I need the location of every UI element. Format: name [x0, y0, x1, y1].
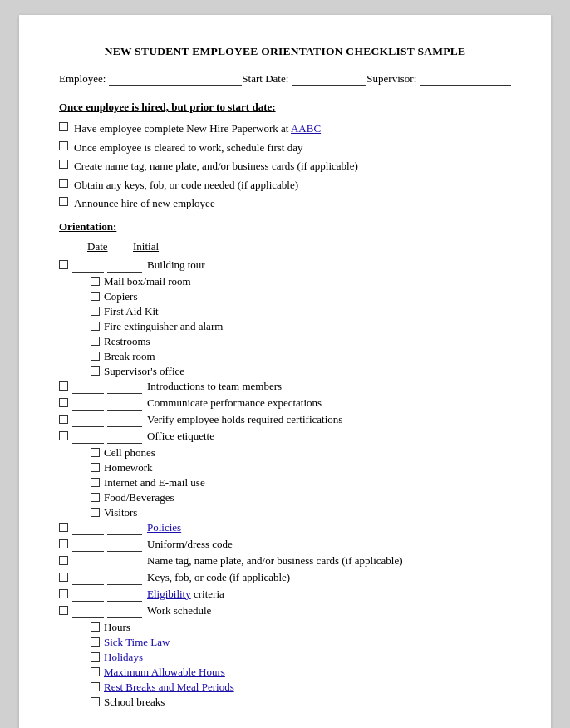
list-item: Create name tag, name plate, and/or busi…: [59, 158, 511, 175]
list-item: First Aid Kit: [91, 305, 511, 318]
checkbox[interactable]: [91, 366, 100, 376]
item-text: Cell phones: [104, 446, 155, 460]
item-text: Office etiquette: [147, 430, 214, 443]
sick-time-law-link[interactable]: Sick Time Law: [104, 636, 170, 648]
item-text: Visitors: [104, 506, 137, 519]
checkbox[interactable]: [91, 667, 100, 676]
aabc-link[interactable]: AABC: [291, 122, 321, 135]
list-item: Visitors: [91, 506, 511, 519]
checkbox[interactable]: [59, 523, 68, 532]
item-text: Policies: [147, 521, 181, 534]
sub-items-building-tour: Mail box/mail room Copiers First Aid Kit…: [91, 275, 511, 378]
checkbox[interactable]: [91, 448, 100, 457]
item-text: Obtain any keys, fob, or code needed (if…: [74, 177, 511, 194]
list-item: Hours: [91, 621, 511, 634]
checkbox[interactable]: [91, 697, 100, 706]
list-item: Obtain any keys, fob, or code needed (if…: [59, 177, 511, 194]
list-item: School breaks: [91, 696, 511, 709]
list-item: Homework: [91, 461, 511, 475]
list-item: Fire extinguisher and alarm: [91, 320, 511, 333]
checkbox[interactable]: [59, 381, 68, 391]
eligibility-link[interactable]: Eligibility: [147, 588, 191, 600]
checkbox[interactable]: [91, 322, 100, 331]
item-text: First Aid Kit: [104, 305, 159, 318]
list-item: Uniform/dress code: [59, 538, 511, 552]
pre-hire-heading: Once employee is hired, but prior to sta…: [59, 101, 511, 114]
list-item: Office etiquette: [59, 430, 511, 444]
item-text: Eligibility criteria: [147, 588, 224, 601]
initial-blank: [107, 571, 142, 585]
orientation-section: Orientation: Date Initial Building tour …: [59, 220, 511, 709]
list-item: Food/Beverages: [91, 491, 511, 504]
list-item: Eligibility criteria: [59, 588, 511, 602]
item-text: Announce hire of new employee: [74, 195, 511, 212]
checkbox[interactable]: [59, 589, 68, 598]
initial-blank: [107, 430, 142, 444]
date-blank: [72, 258, 104, 273]
item-text: Work schedule: [147, 604, 211, 617]
item-text: Have employee complete New Hire Paperwor…: [74, 121, 511, 137]
checkbox[interactable]: [91, 307, 100, 316]
checkbox[interactable]: [59, 556, 68, 565]
initial-blank: [107, 413, 142, 427]
checkbox[interactable]: [59, 141, 68, 150]
checkbox[interactable]: [59, 539, 68, 548]
checkbox[interactable]: [59, 431, 68, 440]
checkbox[interactable]: [91, 682, 100, 691]
date-blank: [72, 430, 104, 444]
checkbox[interactable]: [91, 463, 100, 472]
checkbox[interactable]: [59, 260, 68, 269]
date-blank: [72, 413, 104, 427]
checkbox[interactable]: [59, 606, 68, 615]
holidays-link[interactable]: Holidays: [104, 651, 143, 663]
checkbox[interactable]: [59, 179, 68, 188]
checkbox[interactable]: [91, 508, 100, 517]
initial-blank: [107, 396, 142, 411]
date-blank: [72, 380, 104, 394]
checkbox[interactable]: [91, 478, 100, 487]
checkbox[interactable]: [59, 122, 68, 131]
initial-blank: [107, 538, 142, 552]
pre-hire-section: Once employee is hired, but prior to sta…: [59, 101, 511, 212]
checkbox[interactable]: [91, 352, 100, 361]
supervisor-label: Supervisor:: [366, 72, 416, 86]
checkbox[interactable]: [91, 277, 100, 286]
checkbox[interactable]: [91, 622, 100, 632]
checkbox[interactable]: [91, 337, 100, 346]
maximum-allowable-hours-link[interactable]: Maximum Allowable Hours: [104, 666, 225, 678]
list-item: Name tag, name plate, and/or business ca…: [59, 554, 511, 568]
item-text: Supervisor's office: [104, 365, 184, 378]
checkbox[interactable]: [91, 493, 100, 502]
item-text: Food/Beverages: [104, 491, 174, 504]
policies-link[interactable]: Policies: [147, 521, 181, 534]
rest-breaks-link[interactable]: Rest Breaks and Meal Periods: [104, 681, 234, 693]
checkbox[interactable]: [59, 415, 68, 424]
checkbox[interactable]: [91, 292, 100, 301]
list-item: Mail box/mail room: [91, 275, 511, 288]
checkbox[interactable]: [59, 197, 68, 206]
sub-items-work-schedule: Hours Sick Time Law Holidays Maximum All…: [91, 621, 511, 709]
date-blank: [72, 538, 104, 552]
item-text: Verify employee holds required certifica…: [147, 413, 342, 426]
item-text: Copiers: [104, 290, 137, 303]
item-text: School breaks: [104, 696, 165, 709]
checkbox[interactable]: [91, 637, 100, 647]
list-item: Keys, fob, or code (if applicable): [59, 571, 511, 585]
item-text: Fire extinguisher and alarm: [104, 320, 223, 333]
list-item: Policies: [59, 521, 511, 535]
list-item: Announce hire of new employee: [59, 195, 511, 212]
date-blank: [72, 396, 104, 411]
item-text: Internet and E-mail use: [104, 476, 205, 489]
checkbox[interactable]: [91, 652, 100, 662]
item-text: Homework: [104, 461, 153, 475]
checkbox[interactable]: [59, 398, 68, 407]
checkbox[interactable]: [59, 160, 68, 169]
checkbox[interactable]: [59, 573, 68, 582]
startdate-field: Start Date:: [242, 71, 366, 86]
list-item: Work schedule: [59, 604, 511, 618]
list-item: Break room: [91, 350, 511, 363]
date-blank: [72, 521, 104, 535]
orientation-col-headers: Date Initial: [72, 240, 511, 253]
date-blank: [72, 554, 104, 568]
list-item: Once employee is cleared to work, schedu…: [59, 140, 511, 156]
